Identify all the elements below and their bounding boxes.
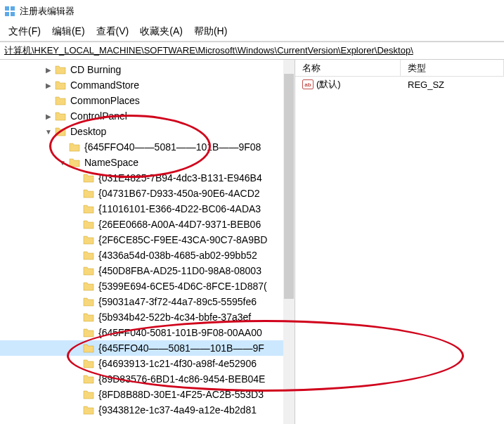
menu-file[interactable]: 文件(F): [6, 24, 44, 39]
title-bar: 注册表编辑器: [0, 0, 504, 23]
tree-item-label: {5b934b42-522b-4c34-bbfe-37a3ef: [98, 311, 251, 323]
tree-item-label: {450D8FBA-AD25-11D0-98A8-08003: [98, 265, 261, 276]
app-icon: [4, 6, 15, 17]
column-header-name[interactable]: 名称: [295, 60, 401, 76]
tree-item[interactable]: ▼NameSpace: [0, 155, 283, 170]
tree-item-label: {645FFO40——5081——101B——9F08: [84, 141, 261, 153]
tree-item-label: CommandStore: [70, 79, 139, 91]
tree-item[interactable]: ▶CD Burning: [0, 62, 283, 77]
tree-item[interactable]: {5b934b42-522b-4c34-bbfe-37a3ef: [0, 309, 283, 325]
tree-item[interactable]: {4336a54d-038b-4685-ab02-99bb52: [0, 248, 283, 263]
tree-item-label: {04731B67-D933-450a-90E6-4ACD2: [98, 188, 260, 199]
menu-help[interactable]: 帮助(H): [191, 24, 230, 39]
vertical-scrollbar[interactable]: [283, 60, 295, 424]
menu-edit[interactable]: 编辑(E): [49, 24, 88, 39]
tree-item[interactable]: {64693913-1c21-4f30-a98f-4e52906: [0, 356, 283, 371]
tree-item-label: Desktop: [70, 126, 106, 137]
tree-item-label: CD Burning: [70, 64, 121, 75]
tree-item[interactable]: {5399E694-6CE5-4D6C-8FCE-1D887(: [0, 278, 283, 294]
tree-item[interactable]: {8FD8B88D-30E1-4F25-AC2B-553D3: [0, 387, 283, 402]
svg-rect-2: [5, 12, 9, 16]
tree-item[interactable]: {89D83576-6BD1-4c86-9454-BEB04E: [0, 371, 283, 387]
list-body: ab(默认)REG_SZ: [295, 77, 504, 92]
address-bar[interactable]: 计算机\HKEY_LOCAL_MACHINE\SOFTWARE\Microsof…: [0, 41, 504, 60]
value-name-label: (默认): [316, 78, 341, 91]
value-type-cell: REG_SZ: [401, 79, 504, 90]
tree-item[interactable]: {450D8FBA-AD25-11D0-98A8-08003: [0, 263, 283, 278]
tree-item[interactable]: {11016101-E366-4D22-BC06-4ADA3: [0, 201, 283, 217]
tree-item[interactable]: ▼Desktop: [0, 124, 283, 139]
svg-rect-3: [11, 12, 15, 16]
tree-item-label: {89D83576-6BD1-4c86-9454-BEB04E: [98, 373, 265, 385]
menu-bar: 文件(F) 编辑(E) 查看(V) 收藏夹(A) 帮助(H): [0, 23, 504, 41]
tree-item[interactable]: {645FFO40——5081——101B——9F: [0, 340, 283, 356]
svg-rect-0: [5, 6, 9, 11]
list-header: 名称 类型: [295, 60, 504, 77]
string-value-icon: ab: [302, 79, 314, 89]
tree-item-label: {645FFO40——5081——101B——9F: [98, 342, 264, 354]
tree-item-label: {8FD8B88D-30E1-4F25-AC2B-553D3: [98, 389, 264, 400]
expander-icon[interactable]: ▶: [42, 113, 55, 120]
tree-item-label: {26EE0668-A00A-44D7-9371-BEB06: [98, 219, 261, 230]
tree-item[interactable]: {645FF040-5081-101B-9F08-00AA00: [0, 325, 283, 340]
column-header-type[interactable]: 类型: [401, 60, 504, 76]
tree-item-label: {11016101-E366-4D22-BC06-4ADA3: [98, 203, 261, 214]
tree-item-label: NameSpace: [84, 157, 138, 168]
tree-pane: ▶CD Burning▶CommandStoreCommonPlaces▶Con…: [0, 60, 295, 424]
tree-item-label: {9343812e-1c37-4a49-a12e-4b2d81: [98, 404, 257, 416]
tree-item-label: {2F6CE85C-F9EE-43CA-90C7-8A9BD: [98, 234, 267, 245]
tree-item-label: {645FF040-5081-101B-9F08-00AA00: [98, 327, 262, 338]
expander-icon[interactable]: ▼: [42, 128, 55, 136]
tree-item[interactable]: CommonPlaces: [0, 93, 283, 108]
tree-item[interactable]: {645FFO40——5081——101B——9F08: [0, 139, 283, 155]
tree-item-label: {64693913-1c21-4f30-a98f-4e52906: [98, 358, 257, 369]
tree-item-label: {5399E694-6CE5-4D6C-8FCE-1D887(: [98, 281, 267, 292]
tree-item[interactable]: ▶CommandStore: [0, 77, 283, 93]
menu-favorites[interactable]: 收藏夹(A): [137, 24, 186, 39]
tree-item[interactable]: {2F6CE85C-F9EE-43CA-90C7-8A9BD: [0, 232, 283, 248]
expander-icon[interactable]: ▶: [42, 82, 55, 89]
value-name-cell: ab(默认): [295, 78, 401, 91]
list-row[interactable]: ab(默认)REG_SZ: [295, 77, 504, 92]
scrollbar-thumb[interactable]: [284, 74, 294, 299]
tree-item[interactable]: {59031a47-3f72-44a7-89c5-5595fe6: [0, 294, 283, 309]
tree-item-label: CommonPlaces: [70, 95, 140, 106]
tree-item[interactable]: {9343812e-1c37-4a49-a12e-4b2d81: [0, 402, 283, 418]
tree-item[interactable]: ▶ControlPanel: [0, 108, 283, 124]
list-pane: 名称 类型 ab(默认)REG_SZ: [295, 60, 504, 424]
window-title: 注册表编辑器: [20, 5, 75, 18]
tree-item[interactable]: {26EE0668-A00A-44D7-9371-BEB06: [0, 217, 283, 232]
svg-rect-1: [11, 6, 15, 11]
tree-scroll[interactable]: ▶CD Burning▶CommandStoreCommonPlaces▶Con…: [0, 62, 283, 424]
tree-item-label: {59031a47-3f72-44a7-89c5-5595fe6: [98, 296, 257, 307]
expander-icon[interactable]: ▼: [56, 159, 69, 167]
tree-item[interactable]: {04731B67-D933-450a-90E6-4ACD2: [0, 186, 283, 201]
tree-item-label: ControlPanel: [70, 110, 127, 122]
content: ▶CD Burning▶CommandStoreCommonPlaces▶Con…: [0, 60, 504, 424]
address-path: 计算机\HKEY_LOCAL_MACHINE\SOFTWARE\Microsof…: [4, 44, 413, 57]
menu-view[interactable]: 查看(V): [93, 24, 132, 39]
tree-item-label: {4336a54d-038b-4685-ab02-99bb52: [98, 250, 257, 261]
expander-icon[interactable]: ▶: [42, 66, 55, 74]
tree-item[interactable]: {031E4825-7B94-4dc3-B131-E946B4: [0, 170, 283, 186]
tree-item-label: {031E4825-7B94-4dc3-B131-E946B4: [98, 172, 262, 184]
